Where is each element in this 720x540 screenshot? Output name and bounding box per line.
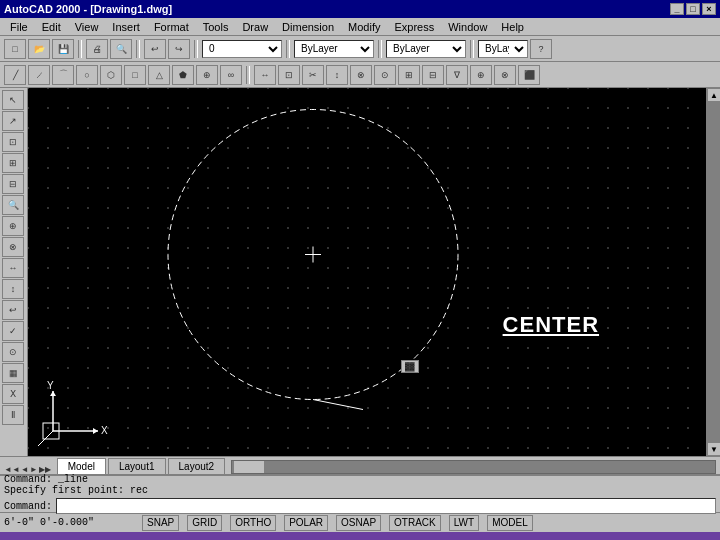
modify-btn-8[interactable]: ⊟ xyxy=(422,65,444,85)
menu-item-tools[interactable]: Tools xyxy=(197,20,235,34)
side-btn-13[interactable]: ⊙ xyxy=(2,342,24,362)
print-button[interactable]: 🖨 xyxy=(86,39,108,59)
command-input[interactable] xyxy=(56,498,716,514)
menu-item-file[interactable]: File xyxy=(4,20,34,34)
grid-button[interactable]: GRID xyxy=(187,515,222,531)
separator-5 xyxy=(378,40,382,58)
help-button[interactable]: ? xyxy=(530,39,552,59)
scroll-up-arrow[interactable]: ▲ xyxy=(707,88,720,102)
menu-item-edit[interactable]: Edit xyxy=(36,20,67,34)
side-btn-16[interactable]: Ⅱ xyxy=(2,405,24,425)
menu-item-modify[interactable]: Modify xyxy=(342,20,386,34)
side-btn-8[interactable]: ⊗ xyxy=(2,237,24,257)
modify-btn-3[interactable]: ✂ xyxy=(302,65,324,85)
save-button[interactable]: 💾 xyxy=(52,39,74,59)
snap-button[interactable]: SNAP xyxy=(142,515,179,531)
modify-btn-11[interactable]: ⊗ xyxy=(494,65,516,85)
side-btn-7[interactable]: ⊕ xyxy=(2,216,24,236)
tab-prev-arrow[interactable]: ◄ xyxy=(21,465,29,474)
close-button[interactable]: × xyxy=(702,3,716,15)
left-sidebar: ↖ ↗ ⊡ ⊞ ⊟ 🔍 ⊕ ⊗ ↔ ↕ ↩ ✓ ⊙ ▦ Ⅹ Ⅱ xyxy=(0,88,28,456)
side-btn-1[interactable]: ↖ xyxy=(2,90,24,110)
modify-btn-4[interactable]: ↕ xyxy=(326,65,348,85)
tab-next-arrow[interactable]: ► xyxy=(30,465,38,474)
draw-btn-3[interactable]: ⌒ xyxy=(52,65,74,85)
menu-item-view[interactable]: View xyxy=(69,20,105,34)
redo-button[interactable]: ↪ xyxy=(168,39,190,59)
svg-marker-5 xyxy=(93,428,98,434)
menu-item-format[interactable]: Format xyxy=(148,20,195,34)
side-btn-3[interactable]: ⊡ xyxy=(2,132,24,152)
lineweight-select[interactable]: ByLayer xyxy=(478,40,528,58)
modify-btn-7[interactable]: ⊞ xyxy=(398,65,420,85)
draw-btn-6[interactable]: □ xyxy=(124,65,146,85)
side-btn-2[interactable]: ↗ xyxy=(2,111,24,131)
osnap-button[interactable]: OSNAP xyxy=(336,515,381,531)
draw-btn-5[interactable]: ⬡ xyxy=(100,65,122,85)
scroll-thumb-horizontal[interactable] xyxy=(234,461,264,473)
menu-item-express[interactable]: Express xyxy=(388,20,440,34)
modify-btn-2[interactable]: ⊡ xyxy=(278,65,300,85)
undo-button[interactable]: ↩ xyxy=(144,39,166,59)
horizontal-scrollbar[interactable] xyxy=(231,460,716,474)
minimize-button[interactable]: _ xyxy=(670,3,684,15)
draw-btn-2[interactable]: ⟋ xyxy=(28,65,50,85)
modify-btn-10[interactable]: ⊕ xyxy=(470,65,492,85)
otrack-button[interactable]: OTRACK xyxy=(389,515,441,531)
menu-item-help[interactable]: Help xyxy=(495,20,530,34)
menu-item-insert[interactable]: Insert xyxy=(106,20,146,34)
side-btn-15[interactable]: Ⅹ xyxy=(2,384,24,404)
polar-button[interactable]: POLAR xyxy=(284,515,328,531)
menu-item-draw[interactable]: Draw xyxy=(236,20,274,34)
svg-line-8 xyxy=(38,431,53,446)
side-btn-9[interactable]: ↔ xyxy=(2,258,24,278)
side-btn-14[interactable]: ▦ xyxy=(2,363,24,383)
separator-7 xyxy=(246,66,250,84)
tab-layout1[interactable]: Layout1 xyxy=(108,458,166,474)
menu-item-window[interactable]: Window xyxy=(442,20,493,34)
model-button[interactable]: MODEL xyxy=(487,515,533,531)
draw-btn-4[interactable]: ○ xyxy=(76,65,98,85)
side-btn-11[interactable]: ↩ xyxy=(2,300,24,320)
draw-toolbar: ╱ ⟋ ⌒ ○ ⬡ □ △ ⬟ ⊕ ∞ ↔ ⊡ ✂ ↕ ⊗ ⊙ ⊞ ⊟ ∇ ⊕ … xyxy=(0,62,720,88)
side-btn-10[interactable]: ↕ xyxy=(2,279,24,299)
modify-btn-9[interactable]: ∇ xyxy=(446,65,468,85)
linetype-select[interactable]: ByLayer xyxy=(386,40,466,58)
lwt-button[interactable]: LWT xyxy=(449,515,479,531)
draw-btn-7[interactable]: △ xyxy=(148,65,170,85)
modify-btn-5[interactable]: ⊗ xyxy=(350,65,372,85)
draw-btn-10[interactable]: ∞ xyxy=(220,65,242,85)
modify-btn-1[interactable]: ↔ xyxy=(254,65,276,85)
title-bar: AutoCAD 2000 - [Drawing1.dwg] _ □ × xyxy=(0,0,720,18)
draw-btn-1[interactable]: ╱ xyxy=(4,65,26,85)
scroll-track-vertical[interactable] xyxy=(707,102,720,442)
side-btn-6[interactable]: 🔍 xyxy=(2,195,24,215)
side-btn-4[interactable]: ⊞ xyxy=(2,153,24,173)
tab-last-arrow[interactable]: ▶▶ xyxy=(39,465,51,474)
app-title: AutoCAD 2000 - [Drawing1.dwg] xyxy=(4,3,172,15)
side-btn-12[interactable]: ✓ xyxy=(2,321,24,341)
vertical-scrollbar[interactable]: ▲ ▼ xyxy=(706,88,720,456)
separator-2 xyxy=(136,40,140,58)
layer-select[interactable]: 0 xyxy=(202,40,282,58)
ucs-icon: X Y xyxy=(33,381,113,451)
draw-btn-9[interactable]: ⊕ xyxy=(196,65,218,85)
modify-btn-6[interactable]: ⊙ xyxy=(374,65,396,85)
print-preview-button[interactable]: 🔍 xyxy=(110,39,132,59)
color-select[interactable]: ByLayer xyxy=(294,40,374,58)
ortho-button[interactable]: ORTHO xyxy=(230,515,276,531)
open-button[interactable]: 📂 xyxy=(28,39,50,59)
tab-first-arrow[interactable]: ◄◄ xyxy=(4,465,20,474)
tab-model[interactable]: Model xyxy=(57,458,106,474)
drawing-canvas[interactable]: CENTER ▓▓ X Y xyxy=(28,88,706,456)
new-button[interactable]: □ xyxy=(4,39,26,59)
maximize-button[interactable]: □ xyxy=(686,3,700,15)
menu-item-dimension[interactable]: Dimension xyxy=(276,20,340,34)
scroll-down-arrow[interactable]: ▼ xyxy=(707,442,720,456)
separator-6 xyxy=(470,40,474,58)
draw-btn-8[interactable]: ⬟ xyxy=(172,65,194,85)
side-btn-5[interactable]: ⊟ xyxy=(2,174,24,194)
tab-layout2[interactable]: Layout2 xyxy=(168,458,226,474)
modify-btn-12[interactable]: ⬛ xyxy=(518,65,540,85)
svg-line-3 xyxy=(313,400,363,410)
